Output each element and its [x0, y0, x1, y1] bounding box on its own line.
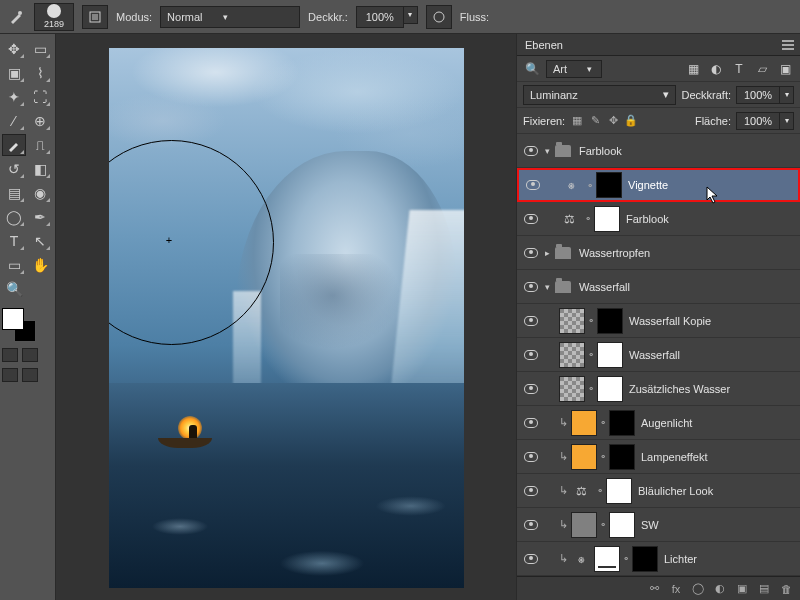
layer-mask-thumbnail[interactable]	[594, 206, 620, 232]
pressure-opacity-toggle[interactable]	[426, 5, 452, 29]
layer-name-label[interactable]: Wasserfall	[629, 349, 794, 361]
path-tool[interactable]: ↖	[28, 230, 52, 252]
layer-name-label[interactable]: Wasserfall Kopie	[629, 315, 794, 327]
layer-mask-thumbnail[interactable]	[609, 410, 635, 436]
filter-adjust-icon[interactable]: ◐	[707, 61, 725, 77]
layer-name-label[interactable]: Wassertropfen	[579, 247, 794, 259]
visibility-toggle[interactable]	[524, 282, 538, 292]
layer-name-label[interactable]: Wasserfall	[579, 281, 794, 293]
lock-pixels-icon[interactable]: ✎	[588, 114, 602, 128]
layer-row-bläulicher-look[interactable]: ↳⚖⚬Bläulicher Look	[517, 474, 800, 508]
layer-mask-thumbnail[interactable]	[596, 172, 622, 198]
layer-name-label[interactable]: Farblook	[626, 213, 794, 225]
filter-smart-icon[interactable]: ▣	[776, 61, 794, 77]
hand-tool[interactable]: ✋	[28, 254, 52, 276]
layer-row-wassertropfen[interactable]: ▸Wassertropfen	[517, 236, 800, 270]
shape-tool[interactable]: ▭	[2, 254, 26, 276]
wand-tool[interactable]: ✦	[2, 86, 26, 108]
filter-pixel-icon[interactable]: ▦	[684, 61, 702, 77]
layer-name-label[interactable]: Farblook	[579, 145, 794, 157]
filter-type-icon[interactable]: T	[730, 61, 748, 77]
visibility-toggle[interactable]	[524, 418, 538, 428]
link-layers-icon[interactable]: ⚯	[646, 581, 662, 597]
group-toggle[interactable]: ▾	[545, 146, 555, 156]
visibility-toggle[interactable]	[524, 486, 538, 496]
stamp-tool[interactable]: ⎍	[28, 134, 52, 156]
filter-shape-icon[interactable]: ▱	[753, 61, 771, 77]
mask-link-icon[interactable]: ⚬	[597, 451, 609, 462]
panel-menu-icon[interactable]	[782, 40, 794, 50]
layer-name-label[interactable]: Lichter	[664, 553, 794, 565]
brush-tool[interactable]	[2, 134, 26, 156]
mask-link-icon[interactable]: ⚬	[584, 180, 596, 191]
layer-thumbnail[interactable]	[571, 410, 597, 436]
mask-link-icon[interactable]: ⚬	[597, 417, 609, 428]
layer-mask-thumbnail[interactable]	[609, 444, 635, 470]
layer-row-wasserfall[interactable]: ▾Wasserfall	[517, 270, 800, 304]
visibility-toggle[interactable]	[524, 316, 538, 326]
layer-row-farblook[interactable]: ▾Farblook	[517, 134, 800, 168]
canvas-area[interactable]	[56, 34, 516, 600]
fill-input[interactable]: 100%	[736, 112, 780, 130]
healing-tool[interactable]: ⊕	[28, 110, 52, 132]
brush-preset-picker[interactable]: 2189	[34, 3, 74, 31]
visibility-toggle[interactable]	[526, 180, 540, 190]
blur-tool[interactable]: ◉	[28, 182, 52, 204]
new-adjustment-icon[interactable]: ◐	[712, 581, 728, 597]
layer-row-vignette[interactable]: ⎈⚬Vignette	[517, 168, 800, 202]
foreground-color-swatch[interactable]	[2, 308, 24, 330]
mask-link-icon[interactable]: ⚬	[594, 485, 606, 496]
visibility-toggle[interactable]	[524, 214, 538, 224]
extra-toggle-2[interactable]	[22, 368, 38, 382]
new-layer-icon[interactable]: ▤	[756, 581, 772, 597]
new-group-icon[interactable]: ▣	[734, 581, 750, 597]
move-tool[interactable]: ✥	[2, 38, 26, 60]
lasso-tool[interactable]: ⌇	[28, 62, 52, 84]
layers-list[interactable]: ▾Farblook⎈⚬Vignette⚖⚬Farblook▸Wassertrop…	[517, 134, 800, 576]
lock-all-icon[interactable]: 🔒	[624, 114, 638, 128]
layer-row-wasserfall-kopie[interactable]: ⚬Wasserfall Kopie	[517, 304, 800, 338]
mask-link-icon[interactable]: ⚬	[620, 553, 632, 564]
quickmask-toggle[interactable]	[2, 348, 18, 362]
mask-link-icon[interactable]: ⚬	[585, 383, 597, 394]
fill-stepper[interactable]: ▾	[780, 112, 794, 130]
crop-tool[interactable]: ⛶	[28, 86, 52, 108]
layer-thumbnail[interactable]	[559, 376, 585, 402]
color-swatches[interactable]	[2, 308, 36, 342]
layer-mask-thumbnail[interactable]	[597, 376, 623, 402]
opacity-stepper[interactable]: ▾	[404, 6, 418, 24]
lock-position-icon[interactable]: ✥	[606, 114, 620, 128]
extra-toggle-1[interactable]	[2, 368, 18, 382]
layer-name-label[interactable]: Vignette	[628, 179, 792, 191]
type-tool[interactable]: T	[2, 230, 26, 252]
visibility-toggle[interactable]	[524, 384, 538, 394]
layer-name-label[interactable]: Bläulicher Look	[638, 485, 794, 497]
visibility-toggle[interactable]	[524, 248, 538, 258]
visibility-toggle[interactable]	[524, 452, 538, 462]
layer-thumbnail[interactable]	[559, 342, 585, 368]
search-icon[interactable]: 🔍	[523, 61, 541, 77]
zoom-tool[interactable]: 🔍	[2, 278, 26, 300]
group-toggle[interactable]: ▸	[545, 248, 555, 258]
layer-row-zusätzliches-wasser[interactable]: ⚬Zusätzliches Wasser	[517, 372, 800, 406]
dodge-tool[interactable]: ◯	[2, 206, 26, 228]
visibility-toggle[interactable]	[524, 520, 538, 530]
blend-mode-select[interactable]: Normal ▾	[160, 6, 300, 28]
pen-tool[interactable]: ✒	[28, 206, 52, 228]
visibility-toggle[interactable]	[524, 146, 538, 156]
layer-row-lichter[interactable]: ↳⎈⚬Lichter	[517, 542, 800, 576]
filter-kind-select[interactable]: Art▾	[546, 60, 602, 78]
layer-blend-select[interactable]: Luminanz▾	[523, 85, 676, 105]
artboard-tool[interactable]: ▭	[28, 38, 52, 60]
layer-opacity-input[interactable]: 100%	[736, 86, 780, 104]
layer-thumbnail[interactable]	[559, 308, 585, 334]
layer-opacity-stepper[interactable]: ▾	[780, 86, 794, 104]
layer-name-label[interactable]: Augenlicht	[641, 417, 794, 429]
layers-panel-tab[interactable]: Ebenen	[517, 34, 800, 56]
mask-link-icon[interactable]: ⚬	[582, 213, 594, 224]
mask-link-icon[interactable]: ⚬	[585, 315, 597, 326]
history-brush-tool[interactable]: ↺	[2, 158, 26, 180]
eyedropper-tool[interactable]: ⁄	[2, 110, 26, 132]
visibility-toggle[interactable]	[524, 554, 538, 564]
visibility-toggle[interactable]	[524, 350, 538, 360]
